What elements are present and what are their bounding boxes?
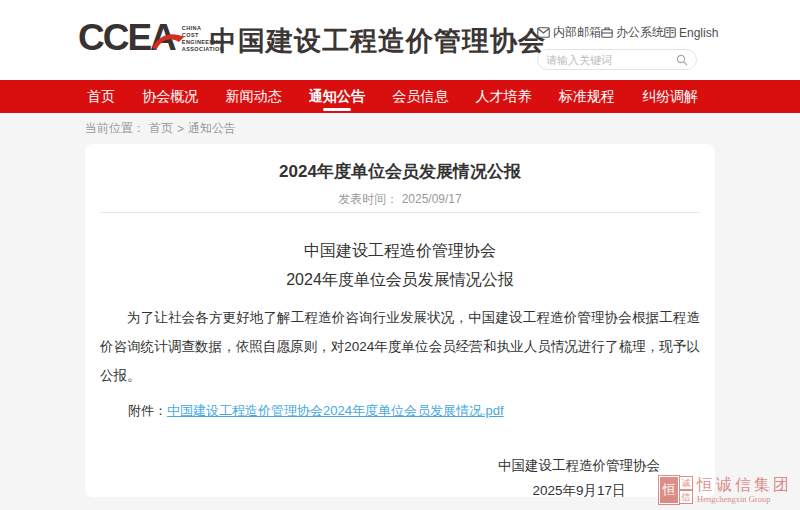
header-utilities: 内部邮箱 办公系统 English xyxy=(537,24,697,70)
signature-date: 2025年9月17日 xyxy=(498,481,660,501)
logo-swoosh-icon xyxy=(151,30,185,52)
document-paragraph: 为了让社会各方更好地了解工程造价咨询行业发展状况，中国建设工程造价管理协会根据工… xyxy=(100,303,700,390)
signature-organization: 中国建设工程造价管理协会 xyxy=(498,456,660,476)
breadcrumb: 当前位置： 首页 > 通知公告 xyxy=(85,120,236,137)
breadcrumb-current: 通知公告 xyxy=(188,120,236,137)
breadcrumb-home-link[interactable]: 首页 xyxy=(149,120,173,137)
english-link[interactable]: English xyxy=(664,26,718,40)
site-title: 中国建设工程造价管理协会 xyxy=(210,23,546,59)
seal-bottom-char: 信 xyxy=(679,490,693,504)
article-title: 2024年度单位会员发展情况公报 xyxy=(85,161,715,183)
nav-item-about[interactable]: 协会概况 xyxy=(140,80,200,113)
watermark-name-cn: 恒诚信集团 xyxy=(697,476,792,494)
document-heading-org: 中国建设工程造价管理协会 xyxy=(85,240,715,262)
nav-item-mediation[interactable]: 纠纷调解 xyxy=(640,80,700,113)
mail-icon xyxy=(537,27,550,38)
signature-block: 中国建设工程造价管理协会 2025年9月17日 xyxy=(85,456,715,501)
book-icon xyxy=(664,27,676,38)
attachment-label: 附件： xyxy=(128,402,167,420)
attachment-row: 附件： 中国建设工程造价管理协会2024年度单位会员发展情况.pdf xyxy=(128,402,700,420)
quick-links: 内部邮箱 办公系统 English xyxy=(537,24,697,41)
breadcrumb-separator: > xyxy=(177,122,184,136)
nav-item-members[interactable]: 会员信息 xyxy=(390,80,450,113)
seal-top-char: 诚 xyxy=(679,476,693,490)
internal-mail-link[interactable]: 内部邮箱 xyxy=(537,24,601,41)
search-icon xyxy=(676,54,688,66)
site-logo[interactable]: CCEA CHINA COST ENGINEERING ASSOCIATION xyxy=(78,17,225,59)
article-card: 2024年度单位会员发展情况公报 发表时间： 2025/09/17 中国建设工程… xyxy=(85,144,715,497)
watermark-name-en: Hengchengxin Group xyxy=(697,494,792,504)
title-divider xyxy=(100,212,700,213)
quick-link-label: 内部邮箱 xyxy=(553,24,601,41)
hengchengxin-watermark: 恒 诚 信 恒诚信集团 Hengchengxin Group xyxy=(659,476,792,504)
nav-item-standards[interactable]: 标准规程 xyxy=(557,80,617,113)
seal-icon: 恒 诚 信 xyxy=(659,476,693,504)
office-system-link[interactable]: 办公系统 xyxy=(601,24,664,41)
attachment-pdf-link[interactable]: 中国建设工程造价管理协会2024年度单位会员发展情况.pdf xyxy=(167,402,504,420)
search-box xyxy=(537,49,697,70)
nav-item-notices[interactable]: 通知公告 xyxy=(307,80,367,113)
quick-link-label: 办公系统 xyxy=(616,24,664,41)
search-input[interactable] xyxy=(546,54,676,66)
breadcrumb-prefix: 当前位置： xyxy=(85,120,145,137)
briefcase-icon xyxy=(601,27,613,38)
search-button[interactable] xyxy=(676,54,688,66)
nav-item-training[interactable]: 人才培养 xyxy=(473,80,533,113)
quick-link-label: English xyxy=(679,26,718,40)
ccea-logo-text: CCEA xyxy=(78,17,175,59)
site-header: CCEA CHINA COST ENGINEERING ASSOCIATION … xyxy=(0,0,800,80)
main-nav: 首页 协会概况 新闻动态 通知公告 会员信息 人才培养 标准规程 纠纷调解 xyxy=(0,80,800,113)
nav-item-news[interactable]: 新闻动态 xyxy=(224,80,284,113)
nav-item-home[interactable]: 首页 xyxy=(85,80,117,113)
publish-time: 发表时间： 2025/09/17 xyxy=(85,191,715,207)
seal-main-char: 恒 xyxy=(659,476,679,504)
document-heading-title: 2024年度单位会员发展情况公报 xyxy=(85,269,715,291)
